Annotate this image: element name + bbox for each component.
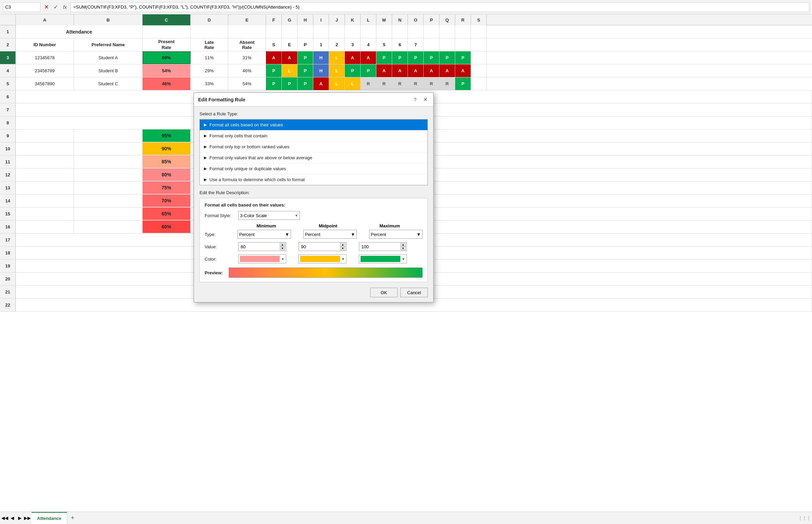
- row-header-14[interactable]: 14: [0, 195, 16, 207]
- type-select-min[interactable]: Percent ▼: [238, 230, 291, 239]
- add-sheet-button[interactable]: +: [68, 513, 77, 523]
- cell-m3[interactable]: P: [376, 51, 392, 64]
- type-select-max[interactable]: Percent ▼: [369, 230, 423, 239]
- cell-n2[interactable]: 6: [392, 38, 408, 51]
- cell-j5[interactable]: L: [329, 77, 345, 90]
- cell-e3[interactable]: 31%: [228, 51, 266, 64]
- cell-m2[interactable]: 5: [376, 38, 392, 51]
- cell-g3[interactable]: A: [282, 51, 298, 64]
- cell-h2[interactable]: P: [298, 38, 313, 51]
- row-header-15[interactable]: 15: [0, 208, 16, 220]
- col-header-l[interactable]: L: [361, 14, 376, 25]
- cell-b3[interactable]: Student A: [74, 51, 143, 64]
- cell-p3[interactable]: P: [424, 51, 439, 64]
- spin-up-mid[interactable]: ▲: [340, 243, 346, 247]
- col-header-r[interactable]: R: [455, 14, 471, 25]
- col-header-e[interactable]: E: [228, 14, 266, 25]
- tab-nav-prev[interactable]: ◀: [9, 515, 16, 522]
- cell-reference-box[interactable]: C3: [3, 2, 40, 12]
- cancel-formula-icon[interactable]: ✕: [43, 3, 50, 11]
- cell-c2[interactable]: PresentRate: [143, 38, 191, 51]
- col-header-g[interactable]: G: [282, 14, 298, 25]
- spin-down-min[interactable]: ▼: [280, 247, 285, 250]
- cell-b2[interactable]: Preferred Name: [74, 38, 143, 51]
- cell-k3[interactable]: A: [345, 51, 361, 64]
- color-swatch-mid[interactable]: ▼: [299, 254, 347, 263]
- cell-l4[interactable]: P: [361, 64, 376, 77]
- cell-c13-scale[interactable]: 75%: [143, 182, 191, 194]
- cell-h4[interactable]: P: [298, 64, 313, 77]
- cell-c9-scale[interactable]: 95%: [143, 129, 191, 142]
- cell-f5[interactable]: P: [266, 77, 282, 90]
- cell-o5[interactable]: R: [408, 77, 424, 90]
- cell-f3[interactable]: A: [266, 51, 282, 64]
- cell-g4[interactable]: L: [282, 64, 298, 77]
- cell-i3[interactable]: H: [313, 51, 329, 64]
- cell-c1[interactable]: [143, 25, 191, 38]
- type-select-mid[interactable]: Percent ▼: [303, 230, 357, 239]
- ok-button[interactable]: OK: [370, 288, 398, 297]
- cell-q4[interactable]: A: [439, 64, 455, 77]
- cell-q5[interactable]: R: [439, 77, 455, 90]
- cell-m4[interactable]: A: [376, 64, 392, 77]
- cell-c11-scale[interactable]: 85%: [143, 155, 191, 168]
- value-input-min[interactable]: 80 ▲ ▼: [238, 242, 286, 251]
- cell-o3[interactable]: P: [408, 51, 424, 64]
- cell-c3-present-rate[interactable]: 69%: [143, 51, 191, 64]
- cell-c14-scale[interactable]: 70%: [143, 195, 191, 207]
- row-header-11[interactable]: 11: [0, 155, 16, 168]
- cell-a2[interactable]: ID Number: [16, 38, 74, 51]
- cell-i5[interactable]: A: [313, 77, 329, 90]
- cell-c15-scale[interactable]: 65%: [143, 208, 191, 220]
- cell-h3[interactable]: P: [298, 51, 313, 64]
- cell-d2[interactable]: Late Rate: [191, 38, 228, 51]
- cell-n4[interactable]: A: [392, 64, 408, 77]
- cell-p5[interactable]: R: [424, 77, 439, 90]
- col-header-o[interactable]: O: [408, 14, 424, 25]
- cell-k2[interactable]: 3: [345, 38, 361, 51]
- cell-a4[interactable]: 23456789: [16, 64, 74, 77]
- row-header-4[interactable]: 4: [0, 64, 16, 77]
- col-header-d[interactable]: D: [191, 14, 228, 25]
- cell-b5[interactable]: Student C: [74, 77, 143, 90]
- rule-item-5[interactable]: ▶ Use a formula to determine which cells…: [200, 174, 427, 185]
- cell-d5[interactable]: 33%: [191, 77, 228, 90]
- cell-l2[interactable]: 4: [361, 38, 376, 51]
- cell-c10-scale[interactable]: 90%: [143, 142, 191, 155]
- cell-j2[interactable]: 2: [329, 38, 345, 51]
- col-header-q[interactable]: Q: [439, 14, 455, 25]
- row-header-10[interactable]: 10: [0, 142, 16, 155]
- col-header-p[interactable]: P: [424, 14, 439, 25]
- cell-k4[interactable]: P: [345, 64, 361, 77]
- row-header-6[interactable]: 6: [0, 90, 16, 103]
- cell-o2[interactable]: 7: [408, 38, 424, 51]
- row-header-2[interactable]: 2: [0, 38, 16, 51]
- rule-item-0[interactable]: ▶ Format all cells based on their values: [200, 120, 427, 130]
- cell-d4[interactable]: 29%: [191, 64, 228, 77]
- value-input-max[interactable]: 100 ▲ ▼: [359, 242, 407, 251]
- cell-p4[interactable]: A: [424, 64, 439, 77]
- col-header-i[interactable]: I: [313, 14, 329, 25]
- formula-input[interactable]: [70, 2, 809, 12]
- row-header-3[interactable]: 3: [0, 51, 16, 64]
- cell-m5[interactable]: R: [376, 77, 392, 90]
- row-header-13[interactable]: 13: [0, 182, 16, 194]
- cell-i4[interactable]: H: [313, 64, 329, 77]
- col-header-k[interactable]: K: [345, 14, 361, 25]
- row-header-8[interactable]: 8: [0, 116, 16, 129]
- cell-n5[interactable]: R: [392, 77, 408, 90]
- cancel-button[interactable]: Cancel: [400, 288, 428, 297]
- cell-e4[interactable]: 46%: [228, 64, 266, 77]
- cell-c5-present-rate[interactable]: 46%: [143, 77, 191, 90]
- cell-h5[interactable]: P: [298, 77, 313, 90]
- color-swatch-min[interactable]: ▼: [238, 254, 286, 263]
- col-header-m[interactable]: M: [376, 14, 392, 25]
- cell-r5[interactable]: P: [455, 77, 471, 90]
- col-header-s[interactable]: S: [471, 14, 487, 25]
- col-header-n[interactable]: N: [392, 14, 408, 25]
- rule-item-1[interactable]: ▶ Format only cells that contain: [200, 130, 427, 141]
- cell-d3[interactable]: 11%: [191, 51, 228, 64]
- row-header-7[interactable]: 7: [0, 103, 16, 116]
- cell-a5[interactable]: 34567890: [16, 77, 74, 90]
- cell-q3[interactable]: P: [439, 51, 455, 64]
